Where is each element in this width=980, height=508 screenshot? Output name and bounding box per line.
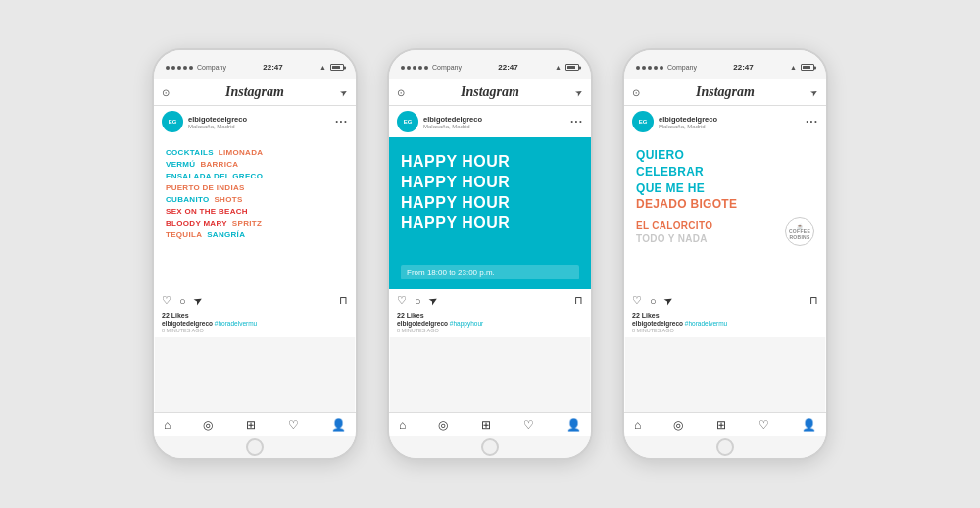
poem-line-4: DEJADO BIGOTE xyxy=(636,196,814,213)
status-bar-3: Company 22:47 ▲ xyxy=(624,50,826,79)
search-nav-1[interactable]: ◎ xyxy=(203,418,213,432)
coffee-logo: ☕COFFEEROBINS xyxy=(785,217,814,246)
bottom-nav-3: ⌂ ◎ ⊞ ♡ 👤 xyxy=(624,412,826,436)
home-nav-2[interactable]: ⌂ xyxy=(399,418,406,432)
activity-nav-1[interactable]: ♡ xyxy=(288,418,299,432)
instagram-logo-2: Instagram xyxy=(461,84,519,100)
happy-hour-line-2: HAPPY HOUR xyxy=(401,173,579,193)
phone-3: Company 22:47 ▲ ⊙ Instagram ➤ EG elbigot… xyxy=(622,48,828,460)
post-actions-1: ♡ ○ ➤ ⊓ xyxy=(154,289,356,310)
activity-nav-3[interactable]: ♡ xyxy=(759,418,769,432)
avatar-1: EG xyxy=(162,111,183,132)
status-icons-1: ▲ xyxy=(319,64,344,71)
home-nav-3[interactable]: ⌂ xyxy=(634,418,641,432)
caption-1: elbigotedelgreco #horadelvermu xyxy=(162,320,348,327)
camera-icon-2: ⊙ xyxy=(397,87,405,98)
post-header-2: EG elbigotedelgreco Malasaña, Madrid ··· xyxy=(389,106,591,137)
search-nav-2[interactable]: ◎ xyxy=(438,418,448,432)
instagram-logo-1: Instagram xyxy=(225,84,284,100)
profile-nav-1[interactable]: 👤 xyxy=(331,418,346,432)
search-nav-3[interactable]: ◎ xyxy=(673,418,683,432)
post-meta-1: 22 Likes elbigotedelgreco #horadelvermu … xyxy=(154,310,356,337)
likes-count-2: 22 Likes xyxy=(397,312,583,319)
phone-1: Company 22:47 ▲ ⊙ Instagram ➤ EG elbigot… xyxy=(152,48,358,460)
status-bar-2: Company 22:47 ▲ xyxy=(389,50,591,79)
bookmark-icon-1[interactable]: ⊓ xyxy=(339,294,348,307)
username-2: elbigotedelgreco xyxy=(423,115,482,124)
post-header-1: EG elbigotedelgreco Malasaña, Madrid ··· xyxy=(154,106,356,137)
signal-dots-2 xyxy=(401,66,428,70)
signal-dots-1 xyxy=(166,66,193,70)
poem-line-5: EL CALORCITO xyxy=(636,219,712,232)
ig-header-3: ⊙ Instagram ➤ xyxy=(624,79,826,106)
instagram-logo-3: Instagram xyxy=(696,84,755,100)
poem-line-6: TODO Y NADA xyxy=(636,232,712,246)
time-ago-1: 8 MINUTES AGO xyxy=(162,328,348,333)
share-icon-3[interactable]: ➤ xyxy=(662,293,675,309)
time-label-3: 22:47 xyxy=(733,63,753,72)
caption-username-3: elbigotedelgreco xyxy=(632,320,683,327)
battery-icon-2 xyxy=(565,64,579,71)
location-2: Malasaña, Madrid xyxy=(423,124,482,129)
send-icon-2: ➤ xyxy=(573,86,585,99)
username-3: elbigotedelgreco xyxy=(659,115,717,124)
more-options-1[interactable]: ··· xyxy=(335,115,348,128)
status-bar-1: Company 22:47 ▲ xyxy=(154,50,356,79)
home-nav-1[interactable]: ⌂ xyxy=(164,418,171,432)
poem-line-3: QUE ME HE xyxy=(636,180,814,197)
like-icon-2[interactable]: ♡ xyxy=(397,294,407,307)
ig-header-2: ⊙ Instagram ➤ xyxy=(389,79,591,106)
post-meta-2: 22 Likes elbigotedelgreco #happyhour 8 M… xyxy=(389,310,591,337)
post-header-3: EG elbigotedelgreco Malasaña, Madrid ··· xyxy=(624,106,826,137)
caption-2: elbigotedelgreco #happyhour xyxy=(397,320,583,327)
share-icon-1[interactable]: ➤ xyxy=(191,293,205,309)
add-nav-1[interactable]: ⊞ xyxy=(246,418,256,432)
bottom-nav-1: ⌂ ◎ ⊞ ♡ 👤 xyxy=(154,412,356,436)
profile-nav-3[interactable]: 👤 xyxy=(802,418,816,432)
location-3: Malasaña, Madrid xyxy=(659,124,717,129)
happy-hour-line-1: HAPPY HOUR xyxy=(401,152,579,173)
phone-home-button-2 xyxy=(389,436,591,458)
battery-icon-1 xyxy=(330,64,344,71)
bookmark-icon-3[interactable]: ⊓ xyxy=(809,294,818,307)
carrier-label-2: Company xyxy=(432,64,462,71)
happy-hour-line-4: HAPPY HOUR xyxy=(401,213,579,233)
battery-icon-3 xyxy=(801,64,814,71)
poem-line-1: QUIERO xyxy=(636,147,814,164)
like-icon-1[interactable]: ♡ xyxy=(162,294,172,307)
username-1: elbigotedelgreco xyxy=(188,115,247,124)
signal-dots-3 xyxy=(636,66,663,70)
like-icon-3[interactable]: ♡ xyxy=(632,294,642,307)
caption-tag-2: #happyhour xyxy=(450,320,483,327)
bookmark-icon-2[interactable]: ⊓ xyxy=(574,294,583,307)
phone-home-button-3 xyxy=(624,436,826,458)
poem-line-2: CELEBRAR xyxy=(636,164,814,180)
send-icon-3: ➤ xyxy=(808,86,820,99)
comment-icon-2[interactable]: ○ xyxy=(415,295,421,307)
happy-hour-line-3: HAPPY HOUR xyxy=(401,193,579,214)
status-icons-3: ▲ xyxy=(790,64,814,71)
avatar-3: EG xyxy=(632,111,654,132)
camera-icon-1: ⊙ xyxy=(162,87,170,98)
post-content-2: HAPPY HOUR HAPPY HOUR HAPPY HOUR HAPPY H… xyxy=(389,137,591,289)
ig-header-1: ⊙ Instagram ➤ xyxy=(154,79,356,106)
share-icon-2[interactable]: ➤ xyxy=(426,293,440,309)
more-options-3[interactable]: ··· xyxy=(806,115,818,128)
post-content-3: QUIERO CELEBRAR QUE ME HE DEJADO BIGOTE … xyxy=(624,137,826,289)
comment-icon-3[interactable]: ○ xyxy=(650,295,657,307)
more-options-2[interactable]: ··· xyxy=(570,115,583,128)
post-actions-2: ♡ ○ ➤ ⊓ xyxy=(389,289,591,310)
carrier-label-3: Company xyxy=(667,64,697,71)
phone-home-button-1 xyxy=(154,436,356,458)
caption-3: elbigotedelgreco #horadelvermu xyxy=(632,320,818,327)
time-label-2: 22:47 xyxy=(498,63,517,72)
comment-icon-1[interactable]: ○ xyxy=(179,295,186,307)
activity-nav-2[interactable]: ♡ xyxy=(523,418,534,432)
add-nav-3[interactable]: ⊞ xyxy=(716,418,726,432)
phone-2: Company 22:47 ▲ ⊙ Instagram ➤ EG elbigot… xyxy=(387,48,593,460)
add-nav-2[interactable]: ⊞ xyxy=(481,418,491,432)
wifi-icon-1: ▲ xyxy=(319,64,326,71)
post-actions-3: ♡ ○ ➤ ⊓ xyxy=(624,289,826,310)
profile-nav-2[interactable]: 👤 xyxy=(566,418,581,432)
likes-count-3: 22 Likes xyxy=(632,312,818,319)
